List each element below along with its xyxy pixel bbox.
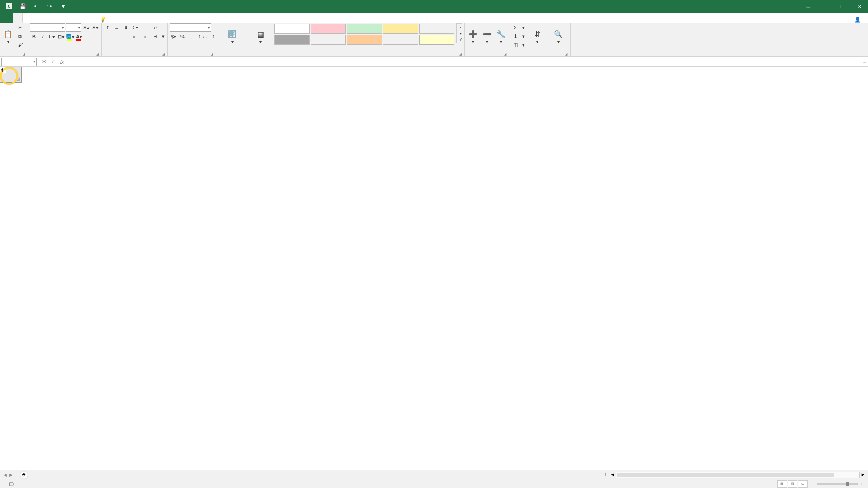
excel-icon[interactable]: X [3, 1, 15, 11]
percent-icon[interactable]: % [179, 33, 187, 41]
fill-color-button[interactable]: 🪣▾ [66, 33, 74, 41]
insert-cells-button[interactable]: ➕▾ [467, 23, 479, 50]
close-icon[interactable]: ✕ [852, 1, 867, 11]
redo-icon[interactable]: ↷ [43, 1, 56, 11]
decrease-font-icon[interactable]: A▾ [91, 23, 99, 32]
tab-file[interactable] [0, 13, 13, 23]
increase-indent-icon[interactable]: ⇥ [140, 33, 148, 41]
tab-insert[interactable] [23, 13, 32, 23]
undo-icon[interactable]: ↶ [30, 1, 42, 11]
hscroll-thumb[interactable] [617, 473, 834, 477]
spreadsheet-grid[interactable]: ⊞▾ ✛ [0, 67, 868, 470]
delete-cells-button[interactable]: ➖▾ [481, 23, 493, 50]
font-size-combo[interactable] [66, 23, 81, 32]
copy-button[interactable]: ⧉ [16, 32, 26, 40]
add-sheet-button[interactable]: ⊕ [20, 471, 28, 479]
fill-button[interactable]: ⬇▾ [511, 32, 526, 40]
style-linked-cell[interactable] [383, 35, 418, 45]
style-note[interactable] [419, 35, 454, 45]
hscroll-bar[interactable] [616, 472, 860, 478]
cell-styles-gallery[interactable] [274, 23, 455, 45]
zoom-in-icon[interactable]: + [860, 481, 863, 487]
name-box[interactable] [1, 58, 37, 66]
sheet-next-icon[interactable]: ► [9, 472, 14, 478]
align-left-icon[interactable]: ≡ [104, 33, 112, 41]
tab-formulas[interactable] [41, 13, 50, 23]
align-center-icon[interactable]: ≡ [113, 33, 121, 41]
tab-view[interactable] [68, 13, 77, 23]
cut-button[interactable]: ✂ [16, 23, 26, 32]
zoom-out-icon[interactable]: − [812, 481, 815, 487]
comma-icon[interactable]: , [188, 33, 196, 41]
wrap-text-button[interactable]: ↩ [151, 23, 165, 32]
zoom-slider[interactable] [817, 483, 858, 485]
format-as-table-button[interactable]: ▦▾ [248, 23, 273, 50]
tell-me-input[interactable]: 💡 [95, 17, 106, 23]
minimize-icon[interactable]: — [817, 1, 833, 11]
find-select-button[interactable]: 🔍▾ [548, 23, 568, 50]
formula-input[interactable] [68, 58, 861, 66]
style-calculation[interactable] [419, 24, 454, 34]
underline-button[interactable]: U▾ [48, 33, 56, 41]
increase-decimal-icon[interactable]: .0→ [197, 33, 205, 41]
macro-record-icon[interactable]: ▢ [9, 481, 14, 487]
expand-formula-bar-icon[interactable]: ⌄ [861, 59, 868, 65]
tab-home[interactable] [13, 13, 23, 23]
tab-data[interactable] [50, 13, 59, 23]
view-normal-icon[interactable]: ▦ [777, 480, 787, 488]
bold-button[interactable]: B [30, 33, 38, 41]
hscroll-left-icon[interactable]: ◄ [609, 472, 616, 478]
enter-formula-icon[interactable]: ✓ [49, 58, 57, 66]
sheet-prev-icon[interactable]: ◄ [3, 472, 8, 478]
number-format-combo[interactable] [170, 23, 211, 32]
style-explanatory[interactable] [311, 35, 346, 45]
cancel-formula-icon[interactable]: ✕ [40, 58, 48, 66]
style-normal[interactable] [274, 24, 310, 34]
hscroll-right-icon[interactable]: ► [860, 472, 866, 478]
ribbon-options-icon[interactable]: ▭ [800, 1, 816, 11]
align-bottom-icon[interactable]: ⬇ [122, 23, 130, 32]
maximize-icon[interactable]: ☐ [835, 1, 850, 11]
sheet-nav[interactable]: ◄► [0, 472, 16, 478]
format-cells-button[interactable]: 🔧▾ [495, 23, 507, 50]
qat-dropdown-icon[interactable]: ▾ [57, 1, 70, 11]
decrease-decimal-icon[interactable]: ←.0 [206, 33, 214, 41]
increase-font-icon[interactable]: A▴ [82, 23, 90, 32]
style-check-cell[interactable] [274, 35, 310, 45]
autofill-options-icon[interactable]: ⊞▾ [0, 67, 6, 73]
share-button[interactable]: 👤 [854, 17, 868, 23]
accounting-icon[interactable]: $▾ [170, 33, 178, 41]
autosum-button[interactable]: Σ▾ [511, 23, 526, 32]
border-button[interactable]: ⊞▾ [57, 33, 65, 41]
tab-review[interactable] [59, 13, 68, 23]
style-bad[interactable] [311, 24, 346, 34]
style-neutral[interactable] [383, 24, 418, 34]
save-icon[interactable]: 💾 [16, 1, 29, 11]
gallery-more-icon[interactable]: ⊻ [457, 37, 465, 43]
horizontal-scroll[interactable]: ⁝ ◄ ► [28, 472, 868, 478]
view-page-layout-icon[interactable]: ▤ [788, 480, 797, 488]
format-painter-button[interactable]: 🖌 [16, 41, 26, 49]
italic-button[interactable]: I [39, 33, 47, 41]
align-top-icon[interactable]: ⬆ [104, 23, 112, 32]
font-name-combo[interactable] [30, 23, 65, 32]
style-input[interactable] [347, 35, 382, 45]
gallery-down-icon[interactable]: ▾ [457, 30, 465, 37]
decrease-indent-icon[interactable]: ⇤ [131, 33, 139, 41]
view-page-break-icon[interactable]: ▭ [798, 480, 808, 488]
conditional-formatting-button[interactable]: 🔢▾ [218, 23, 247, 50]
style-good[interactable] [347, 24, 382, 34]
clear-button[interactable]: ◫▾ [511, 41, 526, 49]
tab-team[interactable] [86, 13, 95, 23]
font-color-button[interactable]: A▾ [75, 33, 83, 41]
gallery-up-icon[interactable]: ▴ [457, 24, 465, 30]
tab-developer[interactable] [77, 13, 86, 23]
orientation-icon[interactable]: ⤹▾ [131, 23, 139, 32]
tab-page-layout[interactable] [32, 13, 41, 23]
merge-center-button[interactable]: ⊟▾ [151, 32, 165, 40]
zoom-handle[interactable] [846, 482, 849, 486]
sort-filter-button[interactable]: ⇵▾ [527, 23, 547, 50]
align-right-icon[interactable]: ≡ [122, 33, 130, 41]
fx-icon[interactable]: fx [58, 58, 66, 66]
align-middle-icon[interactable]: ≡ [113, 23, 121, 32]
